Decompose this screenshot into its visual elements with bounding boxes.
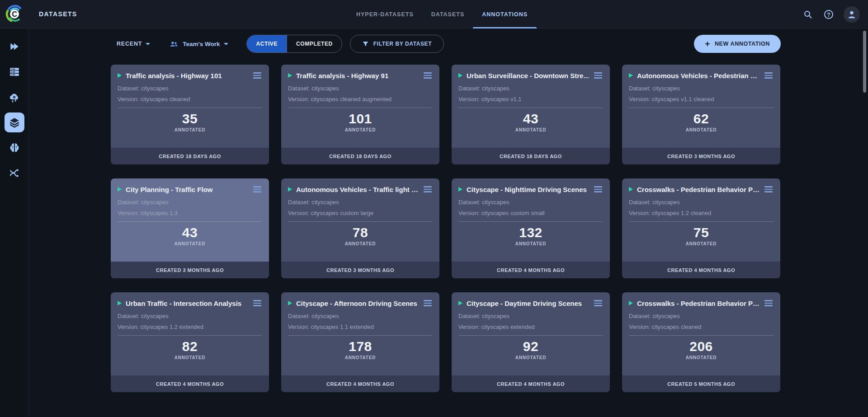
annotation-card[interactable]: Urban Traffic - Intersection Analysis Da… (111, 292, 269, 392)
annotated-count: 132 (452, 225, 610, 240)
sort-dropdown-label: RECENT (117, 41, 142, 47)
status-toggle: ACTIVE COMPLETED (246, 35, 342, 53)
page-title: DATASETS (39, 10, 77, 18)
card-stats: 78 ANNOTATED (281, 225, 439, 246)
vertical-scrollbar-thumb[interactable] (863, 31, 866, 93)
sort-dropdown[interactable]: RECENT (117, 41, 150, 47)
card-menu-icon[interactable] (593, 298, 603, 308)
annotation-title: Urban Surveillance - Downtown Stre… (467, 72, 589, 80)
annotation-card[interactable]: Cityscape - Afternoon Driving Scenes Dat… (281, 292, 439, 392)
annotation-card[interactable]: Autonomous Vehicles - Pedestrian … Datas… (622, 65, 780, 164)
created-badge: CREATED 4 MONTHS AGO (452, 262, 610, 278)
dataset-label: Dataset: cityscapes (118, 313, 262, 319)
annotation-card[interactable]: Crosswalks - Pedestrian Behavior P… Data… (622, 178, 780, 278)
annotated-label: ANNOTATED (111, 127, 269, 132)
dataset-label: Dataset: cityscapes (629, 85, 774, 92)
search-icon[interactable] (802, 9, 814, 20)
help-icon[interactable]: ? (823, 9, 835, 20)
sidebar-item-models[interactable] (2, 135, 27, 160)
tab-datasets[interactable]: DATASETS (431, 0, 465, 28)
dataset-label: Dataset: cityscapes (118, 85, 262, 92)
card-stats: 101 ANNOTATED (281, 111, 439, 132)
card-divider (629, 335, 774, 336)
play-icon (629, 301, 633, 305)
card-menu-icon[interactable] (423, 70, 433, 80)
tab-hyper-datasets[interactable]: HYPER-DATASETS (356, 0, 414, 28)
play-icon (118, 73, 122, 78)
annotation-card[interactable]: City Planning - Traffic Flow Dataset: ci… (111, 178, 269, 278)
scope-dropdown[interactable]: Team's Work (169, 39, 228, 49)
dataset-label: Dataset: cityscapes (118, 199, 262, 206)
layers-icon (9, 117, 20, 128)
sidebar-item-projects[interactable] (2, 34, 27, 59)
annotation-title: Autonomous Vehicles - Pedestrian … (637, 72, 760, 80)
dataset-label: Dataset: cityscapes (458, 313, 603, 319)
top-header: C DATASETS HYPER-DATASETS DATASETS ANNOT… (0, 0, 868, 28)
created-badge: CREATED 18 DAYS AGO (281, 148, 439, 164)
new-annotation-label: NEW ANNOTATION (715, 41, 770, 47)
card-stats: 35 ANNOTATED (111, 111, 269, 132)
sidebar-item-workers-queues[interactable] (2, 59, 27, 84)
play-icon (288, 187, 292, 192)
play-icon (118, 301, 122, 305)
card-stats: 82 ANNOTATED (111, 339, 269, 360)
annotated-label: ANNOTATED (622, 241, 780, 246)
annotated-count: 178 (281, 339, 439, 354)
svg-text:?: ? (827, 11, 830, 18)
toggle-completed[interactable]: COMPLETED (287, 35, 342, 52)
card-menu-icon[interactable] (593, 70, 603, 80)
filter-by-dataset-button[interactable]: FILTER BY DATASET (350, 35, 444, 53)
annotation-card[interactable]: Autonomous Vehicles - Traffic light … Da… (281, 178, 439, 278)
annotation-card[interactable]: Cityscape - Nighttime Driving Scenes Dat… (452, 178, 610, 278)
created-badge: CREATED 4 MONTHS AGO (111, 375, 269, 392)
card-menu-icon[interactable] (252, 184, 262, 194)
play-icon (288, 73, 292, 78)
version-label: Version: cityscapes custom large (288, 210, 433, 216)
card-divider (118, 221, 262, 222)
card-stats: 43 ANNOTATED (111, 225, 269, 246)
annotated-label: ANNOTATED (281, 127, 439, 132)
card-menu-icon[interactable] (764, 70, 774, 80)
card-head: Cityscape - Afternoon Driving Scenes Dat… (281, 292, 439, 336)
dataset-label: Dataset: cityscapes (458, 199, 603, 206)
card-stats: 62 ANNOTATED (622, 111, 780, 132)
annotation-card[interactable]: Urban Surveillance - Downtown Stre… Data… (452, 65, 610, 164)
svg-text:C: C (12, 10, 17, 18)
person-icon (847, 9, 857, 19)
card-menu-icon[interactable] (593, 184, 603, 194)
card-stats: 75 ANNOTATED (622, 225, 780, 246)
annotated-count: 101 (281, 111, 439, 127)
annotation-title: Crosswalks - Pedestrian Behavior P… (637, 186, 760, 193)
toggle-active[interactable]: ACTIVE (247, 35, 287, 52)
version-label: Version: cityscapes 1.1 extended (288, 323, 433, 330)
sidebar-item-datasets[interactable] (2, 110, 27, 135)
card-menu-icon[interactable] (252, 298, 262, 308)
tab-annotations[interactable]: ANNOTATIONS (482, 0, 528, 28)
app-logo[interactable]: C (0, 5, 29, 23)
annotation-title: City Planning - Traffic Flow (126, 186, 248, 193)
dataset-label: Dataset: cityscapes (629, 313, 774, 319)
card-stats: 178 ANNOTATED (281, 339, 439, 360)
dataset-label: Dataset: cityscapes (629, 199, 774, 206)
card-menu-icon[interactable] (764, 184, 774, 194)
annotation-card[interactable]: Cityscape - Daytime Driving Scenes Datas… (452, 292, 610, 392)
annotation-card[interactable]: Traffic analysis - Highway 91 Dataset: c… (281, 65, 439, 164)
team-icon (169, 39, 179, 49)
annotation-title: Urban Traffic - Intersection Analysis (126, 300, 248, 307)
card-menu-icon[interactable] (423, 298, 433, 308)
new-annotation-button[interactable]: + NEW ANNOTATION (694, 35, 781, 53)
fast-forward-icon (9, 41, 20, 52)
sidebar-item-applications[interactable] (2, 84, 27, 110)
card-menu-icon[interactable] (764, 298, 774, 308)
sidebar-item-pipelines[interactable] (2, 160, 27, 186)
user-avatar[interactable] (844, 6, 860, 23)
card-menu-icon[interactable] (423, 184, 433, 194)
card-menu-icon[interactable] (252, 70, 262, 80)
card-divider (458, 335, 603, 336)
annotation-card[interactable]: Crosswalks - Pedestrian Behavior P… Data… (622, 292, 780, 392)
annotation-card[interactable]: Traffic analysis - Highway 101 Dataset: … (111, 65, 269, 164)
card-divider (118, 108, 262, 108)
annotated-label: ANNOTATED (281, 355, 439, 360)
version-label: Version: cityscapes cleaned (629, 323, 774, 330)
annotated-label: ANNOTATED (452, 355, 610, 360)
